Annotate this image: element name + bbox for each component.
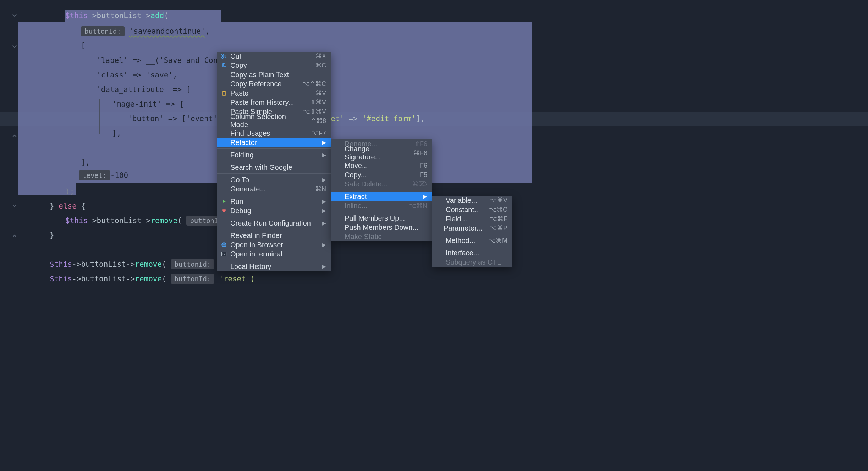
debug-icon [220, 207, 227, 214]
menu-item-go-to[interactable]: Go To▶ [217, 175, 331, 184]
menu-item-reveal-in-finder[interactable]: Reveal in Finder [217, 231, 331, 240]
code-token: __( [146, 56, 159, 65]
code-token: 'label' [97, 56, 128, 65]
blank-icon [335, 150, 342, 157]
menu-item-label: Folding [230, 151, 319, 159]
blank-icon [220, 176, 227, 183]
code-token: 'mage-init' [112, 100, 161, 108]
code-line[interactable]: } [50, 232, 54, 239]
menu-item-extract[interactable]: Extract▶ [331, 192, 432, 201]
menu-item-local-history[interactable]: Local History▶ [217, 262, 331, 271]
code-line[interactable]: ] [97, 144, 101, 152]
menu-item-label: Copy as Plain Text [230, 71, 326, 79]
menu-item-change-signature[interactable]: Change Signature...⌘F6 [331, 148, 432, 158]
menu-item-constant[interactable]: Constant...⌥⌘C [432, 205, 512, 214]
code-line[interactable]: 'data_attribute' => [ [97, 86, 191, 93]
menu-item-open-in-browser[interactable]: Open in Browser▶ [217, 240, 331, 249]
menu-item-push-members-down[interactable]: Push Members Down... [331, 223, 432, 232]
menu-item-label: Push Members Down... [345, 223, 427, 232]
menu-separator [217, 161, 331, 161]
menu-item-search-with-google[interactable]: Search with Google [217, 163, 331, 172]
blank-icon [436, 215, 443, 222]
code-line[interactable]: ); [65, 188, 74, 195]
menu-item-copy[interactable]: Copy...F5 [331, 170, 432, 179]
code-line[interactable]: [ [81, 42, 86, 49]
menu-item-label: Generate... [230, 185, 308, 193]
menu-item-create-run-configuration[interactable]: Create Run Configuration▶ [217, 218, 331, 228]
menu-shortcut: ⌥⌘V [489, 196, 507, 204]
svg-rect-5 [223, 91, 225, 92]
blank-icon [335, 202, 342, 209]
menu-item-copy[interactable]: Copy⌘C [217, 61, 331, 70]
code-token: ( [162, 260, 171, 269]
menu-item-make-static: Make Static [331, 232, 432, 241]
menu-item-paste[interactable]: Paste⌘V [217, 88, 331, 98]
menu-item-method[interactable]: Method...⌥⌘M [432, 236, 512, 245]
fold-marker-icon[interactable] [12, 131, 17, 136]
menu-item-interface[interactable]: Interface... [432, 248, 512, 258]
code-token: ( [162, 275, 171, 283]
code-line[interactable]: 'mage-init' => [ [112, 101, 184, 108]
menu-item-parameter[interactable]: Parameter...⌥⌘P [432, 223, 512, 233]
blank-icon [436, 206, 443, 213]
menu-item-label: Copy [230, 61, 308, 70]
code-token: => [344, 114, 362, 123]
blank-icon [335, 233, 342, 240]
menu-item-move[interactable]: Move...F6 [331, 161, 432, 170]
fold-marker-icon[interactable] [12, 202, 17, 207]
fold-marker-icon[interactable] [12, 11, 17, 16]
fold-marker-icon[interactable] [12, 232, 17, 237]
code-token: ( [164, 11, 169, 20]
blank-icon [220, 99, 227, 106]
code-line[interactable]: $this->buttonList->remove( buttonId: 're… [50, 275, 255, 283]
code-line[interactable]: et' => '#edit_form'], [331, 115, 425, 123]
menu-item-debug[interactable]: Debug▶ [217, 206, 331, 215]
code-token: remove [135, 260, 162, 269]
menu-item-refactor[interactable]: Refactor▶ [217, 138, 331, 147]
menu-item-folding[interactable]: Folding▶ [217, 150, 331, 159]
menu-shortcut: ⌥⌘C [489, 206, 507, 213]
menu-item-field[interactable]: Field...⌥⌘F [432, 214, 512, 223]
menu-item-column-selection-mode[interactable]: Column Selection Mode⇧⌘8 [217, 116, 331, 125]
submenu-arrow-icon: ▶ [322, 199, 326, 204]
blank-icon [220, 151, 227, 158]
menu-item-generate[interactable]: Generate...⌘N [217, 184, 331, 194]
code-token: 'button' [128, 114, 164, 123]
code-line[interactable]: 'button' => ['event' = [128, 115, 226, 123]
code-line[interactable]: 'label' => __('Save and Contin [97, 57, 231, 64]
code-line[interactable]: buttonId: 'saveandcontinue', [81, 28, 210, 35]
code-line[interactable]: } else { [50, 202, 86, 210]
menu-item-pull-members-up[interactable]: Pull Members Up... [331, 213, 432, 223]
menu-item-label: Column Selection Mode [230, 113, 304, 129]
menu-shortcut: ⌘⌦ [412, 180, 427, 188]
menu-item-copy-reference[interactable]: Copy Reference⌥⇧⌘C [217, 79, 331, 88]
code-line[interactable]: level:-100 [79, 172, 128, 179]
code-line[interactable]: ], [81, 159, 90, 166]
code-line[interactable]: ], [112, 130, 121, 137]
menu-item-run[interactable]: Run▶ [217, 197, 331, 206]
blank-icon [220, 185, 227, 193]
menu-item-paste-from-history[interactable]: Paste from History...⇧⌘V [217, 98, 331, 107]
menu-item-label: Parameter... [444, 224, 482, 232]
menu-item-variable[interactable]: Variable...⌥⌘V [432, 196, 512, 205]
blank-icon [335, 171, 342, 178]
code-token: $this [50, 275, 72, 283]
fold-marker-icon[interactable] [12, 43, 17, 48]
menu-item-label: Create Run Configuration [230, 219, 319, 227]
menu-shortcut: ⌘V [315, 89, 326, 97]
menu-item-label: Field... [446, 215, 483, 223]
code-line[interactable]: 'class' => 'save', [97, 71, 177, 79]
menu-shortcut: ⌘X [315, 52, 326, 60]
parameter-hint: buttonId: [171, 259, 214, 269]
paste-icon [220, 90, 227, 97]
menu-item-copy-as-plain-text[interactable]: Copy as Plain Text [217, 70, 331, 79]
menu-item-find-usages[interactable]: Find Usages⌥F7 [217, 129, 331, 138]
menu-separator [432, 247, 512, 247]
menu-item-open-in-terminal[interactable]: Open in terminal [217, 249, 331, 259]
refactor-submenu: Rename...⇧F6Change Signature...⌘F6Move..… [331, 139, 432, 241]
code-line[interactable]: $this->buttonList->add( [65, 12, 169, 20]
menu-item-cut[interactable]: Cut⌘X [217, 52, 331, 61]
menu-shortcut: ⌥⇧⌘C [302, 80, 326, 88]
code-token: -100 [110, 171, 128, 180]
menu-item-label: Change Signature... [345, 145, 406, 161]
